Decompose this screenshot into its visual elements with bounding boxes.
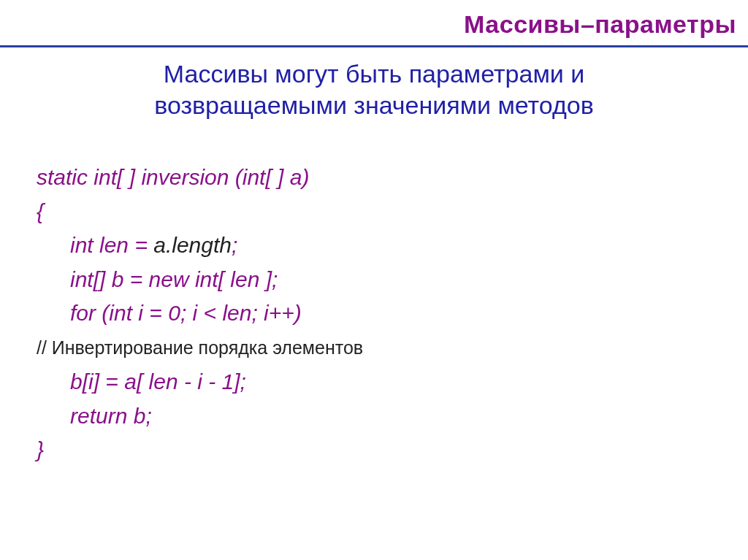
code-line-4: int[] b = new int[ len ]; bbox=[37, 263, 711, 297]
subtitle-line1: Массивы могут быть параметрами и bbox=[164, 60, 584, 88]
code-line-8: } bbox=[37, 433, 711, 467]
code-line-6: b[i] = a[ len - i - 1]; bbox=[37, 365, 711, 399]
code-line-5: for (int i = 0; i < len; i++) bbox=[37, 296, 711, 331]
slide: Массивы–параметры Массивы могут быть пар… bbox=[0, 0, 748, 560]
code-comment: // Инвертирование порядка элементов bbox=[37, 331, 711, 366]
slide-subtitle: Массивы могут быть параметрами и возвращ… bbox=[0, 58, 748, 120]
code-line-2: { bbox=[37, 195, 711, 229]
code-line-7: return b; bbox=[37, 399, 711, 434]
title-divider bbox=[0, 45, 748, 47]
code-frag: int len = bbox=[70, 233, 153, 257]
code-block: static int[ ] inversion (int[ ] a) { int… bbox=[37, 161, 711, 467]
code-line-3: int len = a.length; bbox=[37, 229, 711, 263]
code-frag-end: ; bbox=[232, 233, 237, 257]
code-dark-frag: a.length bbox=[153, 233, 232, 257]
subtitle-line2: возвращаемыми значениями методов bbox=[154, 91, 594, 119]
slide-title: Массивы–параметры bbox=[0, 10, 748, 39]
code-line-1: static int[ ] inversion (int[ ] a) bbox=[37, 161, 711, 195]
